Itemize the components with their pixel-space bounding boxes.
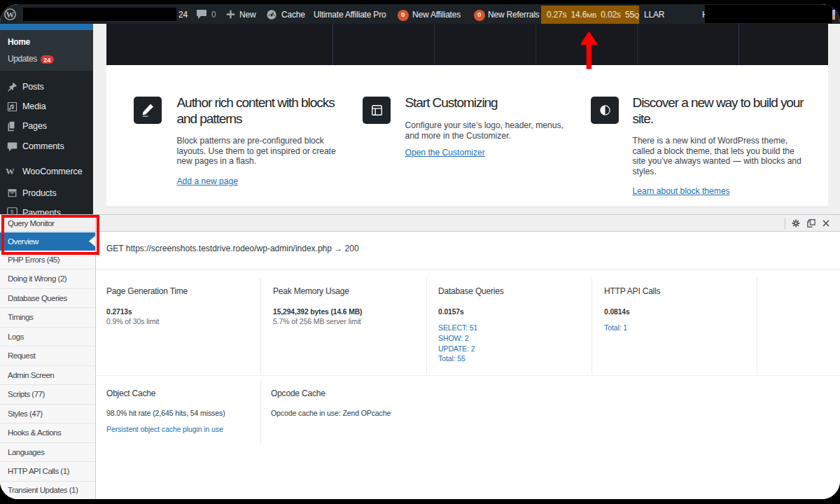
svg-text:W: W xyxy=(6,167,15,176)
svg-text:W: W xyxy=(6,10,15,20)
